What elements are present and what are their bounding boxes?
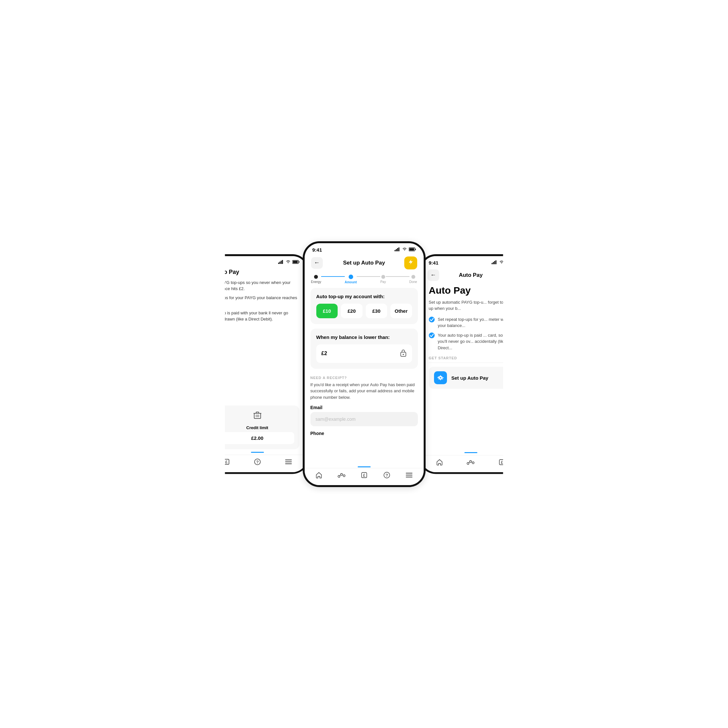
left-nav-help-icon: ? [254,458,261,467]
svg-text:?: ? [256,460,259,464]
svg-text:?: ? [385,473,388,478]
email-input[interactable]: sam@example.com [310,412,418,426]
step-connector-3 [386,276,409,277]
step-connector-2 [357,276,380,277]
svg-rect-23 [398,248,399,251]
amount-btn-30[interactable]: £30 [366,304,387,318]
left-bottom-nav: £ ? [208,455,307,472]
center-phone: 9:41 ← Set up Auto [303,241,426,487]
svg-rect-1 [280,262,280,264]
right-phone: 9:41 ← Auto Pay [419,254,523,474]
amount-btn-10[interactable]: £10 [316,304,338,318]
trash-icon[interactable] [253,411,262,422]
left-battery-icon [292,260,300,265]
step-done: Done [410,275,417,284]
setup-btn-label: Set up Auto Pay [451,375,488,381]
amount-btn-20[interactable]: £20 [341,304,362,318]
right-bottom-indicator-container [421,450,521,455]
left-phone: Auto Pay c PAYG top-ups so you never whe… [206,254,309,474]
center-menu-icon [405,472,413,479]
svg-line-56 [471,462,472,462]
left-body-text-1: c PAYG top-ups so you never when your ba… [216,280,300,292]
svg-point-54 [472,462,474,464]
left-bottom-indicator-container [208,449,307,455]
center-bottom-nav: £ ? [305,468,424,485]
step-amount: Amount [345,275,357,284]
center-nav-usage[interactable] [338,473,346,479]
svg-rect-42 [492,263,492,264]
left-main-content: c PAYG top-ups so you never when your ba… [208,280,307,449]
right-bottom-nav: £ [421,455,521,472]
right-usage-icon [467,460,474,466]
right-billing-icon: £ [499,459,505,467]
center-signal-icon [395,248,401,252]
amount-btn-other[interactable]: Other [390,304,412,318]
left-nav-item-billing[interactable]: £ [223,458,230,467]
center-bottom-indicator-container [305,464,424,468]
right-back-button[interactable]: ← [428,269,439,281]
center-nav-home[interactable] [315,471,323,480]
svg-rect-20 [395,250,396,251]
svg-rect-0 [278,263,279,264]
svg-line-33 [340,475,341,476]
setup-autopay-button[interactable]: Set up Auto Pay [429,367,513,389]
center-back-button[interactable]: ← [311,257,323,269]
center-battery-icon [409,248,416,252]
center-nav-menu[interactable] [405,472,413,479]
right-wifi-icon [499,260,504,265]
svg-point-32 [343,475,345,477]
svg-rect-9 [256,412,259,413]
right-nav-home[interactable] [436,459,443,467]
svg-rect-5 [293,261,298,263]
left-nav-item-menu[interactable] [285,459,292,466]
topup-card: Auto top-up my account with: £10 £20 £30… [310,288,418,324]
svg-text:£: £ [225,460,228,464]
svg-rect-45 [496,260,496,264]
right-status-bar: 9:41 [421,256,521,267]
center-usage-icon [338,473,346,479]
center-nav-action[interactable] [404,257,417,269]
center-status-time: 9:41 [312,247,322,252]
center-content: Auto top-up my account with: £10 £20 £30… [305,288,424,464]
right-status-time: 9:41 [429,260,439,266]
left-signal-icon [278,260,284,265]
svg-text:£: £ [363,473,366,478]
right-home-icon [436,459,443,467]
balance-card-title: When my balance is lower than: [316,334,412,340]
balance-value: £2 [321,350,327,356]
left-body-text-2: op-ups for your PAYG your balance reache… [216,295,300,307]
center-stepper: Energy Amount Pay [305,273,424,288]
setup-btn-icon [434,371,447,384]
check-item-2: Your auto top-up is paid ... card, so yo… [429,332,513,351]
center-billing-icon: £ [361,471,368,480]
balance-input-row: £2 [316,344,412,363]
svg-rect-44 [494,261,495,264]
svg-point-50 [429,332,435,338]
right-description: Set up automatic PAYG top-u... forget to… [429,299,513,312]
credit-limit-label: Credit limit [246,425,268,430]
left-body-text-3: op-up is paid with your bank ll never go… [216,310,300,323]
right-check-list: Set repeat top-ups for yo... meter when … [429,316,513,351]
left-nav-menu-icon [285,459,292,466]
center-help-icon: ? [383,471,390,480]
right-nav-usage[interactable] [467,460,474,466]
left-status-bar [208,256,307,266]
left-bottom-indicator [251,452,264,453]
center-status-icons [395,248,416,252]
check-text-2: Your auto top-up is paid ... card, so yo… [438,332,513,351]
left-nav-billing-icon: £ [223,458,230,467]
right-nav-billing[interactable]: £ [499,459,505,467]
checkmark-1 [429,317,435,324]
svg-rect-25 [409,248,414,250]
center-status-bar: 9:41 [305,243,424,254]
topup-card-title: Auto top-up my account with: [316,294,412,299]
email-label: Email [310,405,418,410]
svg-rect-22 [397,248,398,251]
step-pay-label: Pay [380,280,386,284]
check-text-1: Set repeat top-ups for yo... meter when … [438,316,513,329]
step-energy-label: Energy [311,280,321,284]
center-nav-help[interactable]: ? [383,471,390,480]
left-nav-item-help[interactable]: ? [254,458,261,467]
center-nav-bar: ← Set up Auto Pay [305,254,424,273]
center-nav-billing[interactable]: £ [361,471,368,480]
